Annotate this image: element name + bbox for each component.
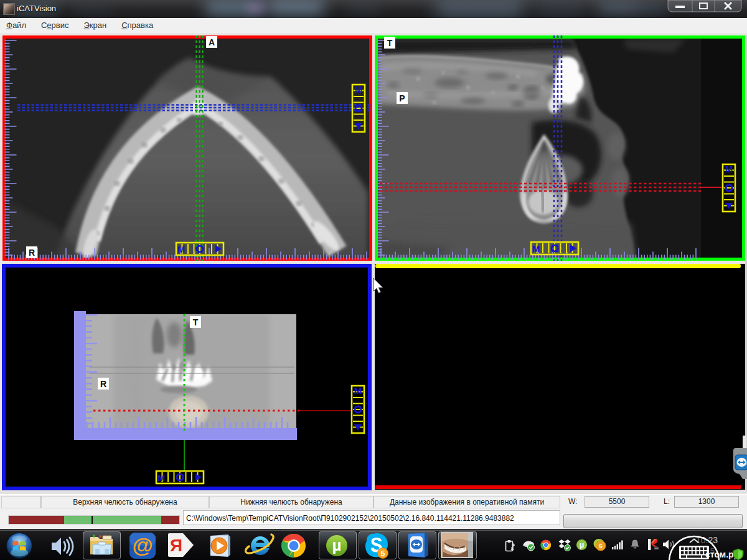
svg-text:M: M (177, 244, 186, 254)
svg-text:5: 5 (599, 543, 603, 549)
svg-text:M: M (157, 472, 166, 483)
svg-text:T: T (387, 38, 393, 48)
svg-text:µ: µ (332, 536, 342, 554)
svg-text:5: 5 (381, 549, 385, 558)
svg-text:@: @ (132, 533, 153, 557)
svg-text:Я: Я (170, 536, 182, 555)
svg-text:M: M (354, 385, 362, 396)
svg-text:M: M (532, 243, 540, 254)
svg-text:R: R (29, 248, 35, 258)
svg-text:P: P (399, 93, 405, 103)
svg-text:M: M (355, 84, 363, 95)
svg-text:M: M (725, 164, 733, 174)
svg-text:µ: µ (580, 540, 585, 549)
svg-text:R: R (100, 379, 106, 389)
svg-text:T: T (193, 317, 199, 327)
svg-text:A: A (209, 37, 215, 47)
